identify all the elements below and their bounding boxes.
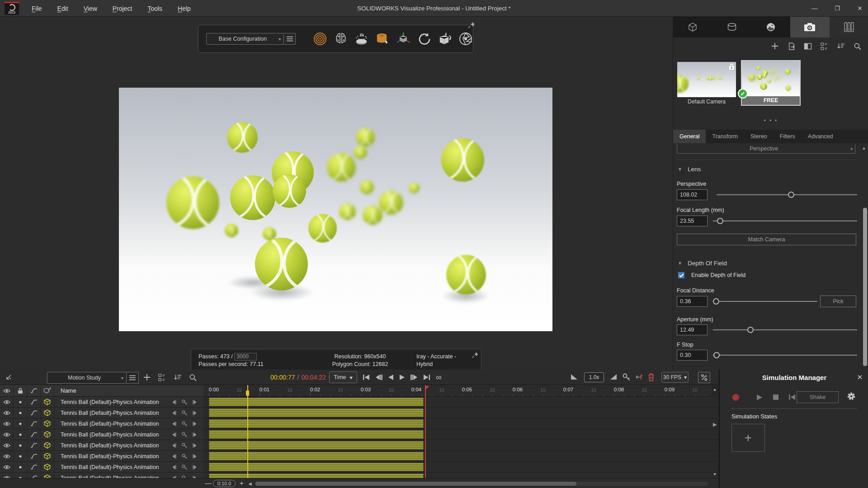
curve-icon[interactable] [27,462,41,472]
close-button[interactable]: ✕ [855,5,864,12]
passes-limit-input[interactable]: 3000 [234,353,257,361]
timeline-track-row[interactable]: Tennis Ball (Default)-Physics Animation [0,462,718,473]
keyframe-key-icon[interactable] [181,421,188,427]
lock-dot-icon[interactable] [14,451,27,461]
scroll-up-icon[interactable]: ▲ [712,387,717,392]
refresh-icon[interactable] [416,32,431,47]
search-icon[interactable] [189,374,197,381]
pick-button[interactable]: Pick [820,296,856,307]
collapse-panel-icon[interactable] [5,373,13,381]
step-forward-button[interactable] [410,374,418,380]
tab-cameras[interactable] [790,17,829,38]
zoom-in-button[interactable]: + [240,479,244,487]
timeline-track-row[interactable]: Tennis Ball (Default)-Physics Animation [0,397,718,408]
aperture-input[interactable] [677,324,708,335]
skip-start-button[interactable] [363,374,370,380]
curve-icon[interactable] [27,385,41,396]
timeline-track-row[interactable]: Tennis Ball (Default)-Physics Animation [0,473,718,478]
play-simulation-button[interactable] [751,394,768,401]
focal-length-input[interactable] [677,216,708,226]
ramp-up-icon[interactable] [609,373,618,380]
timeline-track-row[interactable]: Tennis Ball (Default)-Physics Animation [0,418,718,429]
axes-cube-icon[interactable] [396,32,410,47]
animation-clip-bar[interactable] [209,419,424,428]
hscrollbar-thumb[interactable] [255,482,576,486]
lens-section-header[interactable]: ▼ Lens [678,166,701,173]
curve-icon[interactable] [27,429,41,440]
step-back-button[interactable] [375,374,382,380]
next-keyframe-icon[interactable] [192,432,198,437]
panel-scrollbar[interactable] [863,208,867,366]
aperture-icon[interactable] [458,32,473,47]
curve-icon[interactable] [27,451,41,461]
skip-end-button[interactable] [423,374,430,380]
prop-tab-filters[interactable]: Filters [774,130,802,143]
eye-icon[interactable] [0,397,14,407]
restore-button[interactable]: ❐ [833,5,842,12]
keyframe-key-icon[interactable] [181,399,188,405]
eye-icon[interactable] [0,408,14,418]
eye-icon[interactable] [0,418,14,429]
export-icon[interactable] [788,42,795,50]
stop-simulation-button[interactable] [768,394,784,400]
lock-dot-icon[interactable] [14,440,27,450]
prev-keyframe-icon[interactable] [171,421,177,427]
curve-icon[interactable] [27,397,41,407]
prev-keyframe-icon[interactable] [171,432,177,437]
prev-keyframe-icon[interactable] [171,399,177,405]
sort-icon[interactable] [837,42,845,50]
animation-clip-bar[interactable] [209,463,424,471]
animation-clip-bar[interactable] [209,474,424,478]
tab-appearances[interactable] [712,17,751,38]
playback-speed-input[interactable]: 1.0x [584,372,604,382]
animation-clip-bar[interactable] [209,441,424,450]
tab-libraries[interactable] [830,17,868,38]
pin-icon[interactable] [467,21,476,29]
add-keyframe-icon[interactable] [622,373,631,381]
playhead-line[interactable] [247,385,248,478]
fps-dropdown[interactable]: 30 FPS ▾ [661,372,689,383]
sort-icon[interactable] [174,374,182,381]
loop-toggle[interactable]: ∞ [436,373,442,382]
keyframe-key-icon[interactable] [181,442,188,449]
keyframe-key-icon[interactable] [181,410,188,416]
menu-view[interactable]: View [84,5,97,12]
close-icon[interactable]: ✕ [857,373,863,381]
timeline-hscrollbar[interactable] [255,482,708,486]
menu-help[interactable]: Help [178,5,191,12]
timeline-ruler[interactable]: 0:00160:01160:02160:03160:04160:05160:06… [203,385,712,397]
eye-icon[interactable] [0,429,14,440]
prev-keyframe-icon[interactable] [171,454,177,459]
f-stop-input[interactable] [677,350,708,361]
next-keyframe-icon[interactable] [192,454,198,459]
next-keyframe-icon[interactable] [192,410,198,416]
configuration-menu-button[interactable] [284,33,296,45]
render-image[interactable] [119,88,552,331]
keyframe-key-icon[interactable] [181,453,188,460]
menu-project[interactable]: Project [113,5,132,12]
motion-study-dropdown[interactable]: Motion Study ▾ [47,372,127,384]
focal-length-slider[interactable] [713,216,857,226]
menu-tools[interactable]: Tools [147,5,162,12]
range-end-line[interactable] [425,385,426,478]
timeline-track-row[interactable]: Tennis Ball (Default)-Physics Animation [0,408,718,418]
timeline-track-row[interactable]: Tennis Ball (Default)-Physics Animation [0,429,718,440]
animation-clip-bar[interactable] [209,452,424,460]
play-reverse-button[interactable] [388,374,394,380]
keyframe-key-icon[interactable] [181,432,188,438]
prev-keyframe-icon[interactable] [171,410,177,416]
camera-item-free[interactable]: FREE ✓ [741,60,801,106]
curve-icon[interactable] [27,440,41,450]
lock-dot-icon[interactable] [14,462,27,472]
ai-denoiser-icon[interactable] [333,32,348,47]
lock-dot-icon[interactable] [14,397,27,407]
aperture-slider[interactable] [713,324,857,335]
lock-dot-icon[interactable] [14,418,27,429]
auto-keyframe-toggle[interactable] [698,372,710,383]
next-keyframe-icon[interactable] [192,465,198,470]
f-stop-slider[interactable] [713,350,857,361]
scroll-left-icon[interactable]: ◀ [248,481,252,486]
add-simulation-state-button[interactable]: + [731,424,765,452]
delete-keyframe-icon[interactable] [647,373,655,381]
playhead-handle[interactable] [246,390,249,396]
